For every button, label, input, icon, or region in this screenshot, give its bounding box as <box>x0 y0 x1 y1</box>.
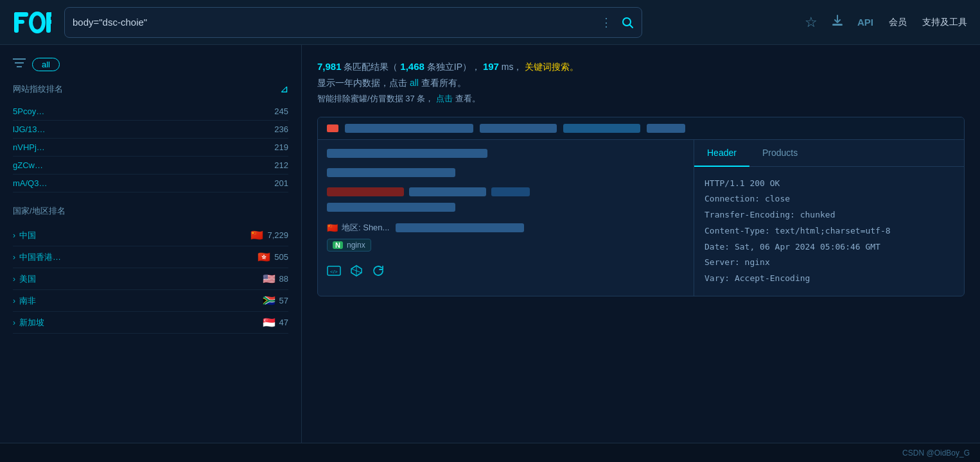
support-link[interactable]: 支持及工具 <box>922 17 967 28</box>
card-body: 🇨🇳 地区: Shen... N nginx </> <box>318 140 964 296</box>
header-line: Vary: Accept-Encoding <box>704 271 954 287</box>
blurred-domain <box>480 124 557 133</box>
api-link[interactable]: API <box>857 17 873 28</box>
header-nav: ☆ API 会员 支持及工具 <box>805 13 967 31</box>
fingerprint-section-title: 网站指纹排名 ⊿ <box>13 83 288 95</box>
bottom-bar: CSDN @OidBoy_G <box>0 443 980 462</box>
card-url-row <box>327 168 685 181</box>
nginx-badge: N nginx <box>327 239 371 252</box>
download-icon[interactable] <box>830 13 844 31</box>
card-right-panel: HeaderProducts HTTP/1.1 200 OKConnection… <box>694 140 964 296</box>
country-section-title: 国家/地区排名 <box>13 205 288 217</box>
logo <box>13 8 51 37</box>
result-total: 7,981 <box>317 61 342 72</box>
sidebar: all 网站指纹排名 ⊿ 5Pcoy…245lJG/13…236nVHPj…21… <box>0 45 302 443</box>
nginx-icon: N <box>333 241 343 249</box>
search-input[interactable] <box>73 17 600 28</box>
country-list: ›中国🇨🇳7,229›中国香港…🇭🇰505›美国🇺🇸88›南非🇿🇦57›新加坡🇸… <box>13 225 288 334</box>
country-item[interactable]: ›美国🇺🇸88 <box>13 268 288 290</box>
header-line: Content-Type: text/html;charset=utf-8 <box>704 223 954 239</box>
bottom-credit: CSDN @OidBoy_G <box>902 449 970 458</box>
blurred-extra2 <box>647 124 685 133</box>
header-content: HTTP/1.1 200 OKConnection: closeTransfer… <box>694 167 964 296</box>
filter-icon[interactable] <box>13 58 26 71</box>
header-line: HTTP/1.1 200 OK <box>704 176 954 192</box>
blurred-d3 <box>491 187 530 196</box>
logo-icon <box>13 8 51 37</box>
blurred-url <box>327 168 455 177</box>
refresh-icon[interactable] <box>372 264 385 280</box>
country-item[interactable]: ›南非🇿🇦57 <box>13 290 288 312</box>
tab-header[interactable]: Header <box>694 140 749 167</box>
result-ips: 1,468 <box>400 61 424 72</box>
tabs: HeaderProducts <box>694 140 964 167</box>
card-info-title <box>327 149 685 162</box>
result-total-label: 条匹配结果（ <box>344 62 398 72</box>
star-icon[interactable]: ☆ <box>805 14 818 31</box>
main-container: all 网站指纹排名 ⊿ 5Pcoy…245lJG/13…236nVHPj…21… <box>0 45 980 443</box>
svg-rect-2 <box>14 20 24 24</box>
location-row: 🇨🇳 地区: Shen... <box>327 222 685 234</box>
svg-rect-5 <box>46 12 51 17</box>
card-detail-row <box>327 187 685 216</box>
blurred-d2 <box>409 187 486 196</box>
location-text: 地区: Shen... <box>342 222 389 234</box>
card-actions: </> <box>327 259 685 280</box>
card-header-row <box>318 117 964 140</box>
fingerprint-list: 5Pcoy…245lJG/13…236nVHPj…219gZCw…212mA/Q… <box>13 103 288 193</box>
blurred-d1 <box>327 187 404 196</box>
search-button-icon[interactable] <box>621 16 634 29</box>
svg-point-3 <box>31 13 44 31</box>
filter-row: all <box>13 58 288 71</box>
blurred-d4 <box>327 203 455 212</box>
result-summary: 7,981 条匹配结果（ 1,468 条独立IP）， 197 ms， 关键词搜索… <box>317 58 965 107</box>
result-actions: ☆ API <box>805 13 873 31</box>
all-filter-badge[interactable]: all <box>32 58 60 71</box>
sort-icon[interactable]: ⊿ <box>280 83 288 95</box>
header-line: Connection: close <box>704 191 954 207</box>
fingerprint-item[interactable]: lJG/13…236 <box>13 121 288 139</box>
search-bar: ⋮ <box>64 7 642 38</box>
country-item[interactable]: ›新加坡🇸🇬47 <box>13 312 288 334</box>
svg-text:</>: </> <box>330 269 338 275</box>
header-line: Server: nginx <box>704 255 954 271</box>
blurred-ip <box>345 124 473 133</box>
header-line: Date: Sat, 06 Apr 2024 05:06:46 GMT <box>704 239 954 255</box>
country-item[interactable]: ›中国香港…🇭🇰505 <box>13 246 288 268</box>
result-card: 🇨🇳 地区: Shen... N nginx </> <box>317 117 965 296</box>
header: ⋮ ☆ API 会员 支持及工具 <box>0 0 980 45</box>
fingerprint-item[interactable]: gZCw…212 <box>13 157 288 175</box>
result-time-label: ms， <box>502 62 523 72</box>
fingerprint-item[interactable]: mA/Q3…201 <box>13 175 288 193</box>
content-area: 7,981 条匹配结果（ 1,468 条独立IP）， 197 ms， 关键词搜索… <box>302 45 980 443</box>
blurred-extra1 <box>563 124 640 133</box>
fingerprint-item[interactable]: nVHPj…219 <box>13 139 288 157</box>
member-link[interactable]: 会员 <box>889 17 907 28</box>
svg-point-8 <box>623 18 631 26</box>
keyword-search-link[interactable]: 关键词搜索。 <box>525 62 579 72</box>
flag-indicator <box>327 124 338 132</box>
nginx-label: nginx <box>347 241 365 250</box>
honey-note-row: 智能排除蜜罐/仿冒数据 37 条， 点击 查看。 <box>317 91 965 106</box>
blurred-title <box>327 149 487 158</box>
all-data-link[interactable]: all <box>410 78 419 88</box>
blurred-location <box>396 223 524 232</box>
card-left-panel: 🇨🇳 地区: Shen... N nginx </> <box>318 140 694 296</box>
more-options-icon[interactable]: ⋮ <box>600 15 612 30</box>
svg-rect-6 <box>46 20 51 24</box>
header-line: Transfer-Encoding: chunked <box>704 207 954 223</box>
tab-products[interactable]: Products <box>749 140 810 167</box>
svg-rect-1 <box>14 12 28 17</box>
code-view-icon[interactable]: </> <box>327 266 341 279</box>
honey-click-link[interactable]: 点击 <box>436 94 453 103</box>
svg-line-9 <box>630 25 633 28</box>
fingerprint-item[interactable]: 5Pcoy…245 <box>13 103 288 121</box>
country-item[interactable]: ›中国🇨🇳7,229 <box>13 225 288 246</box>
result-ip-label: 条独立IP）， <box>427 62 480 72</box>
svg-rect-10 <box>832 24 843 26</box>
3d-icon[interactable] <box>350 264 363 280</box>
data-note-row: 显示一年内数据，点击 all 查看所有。 <box>317 75 965 91</box>
result-time: 197 <box>483 61 499 72</box>
